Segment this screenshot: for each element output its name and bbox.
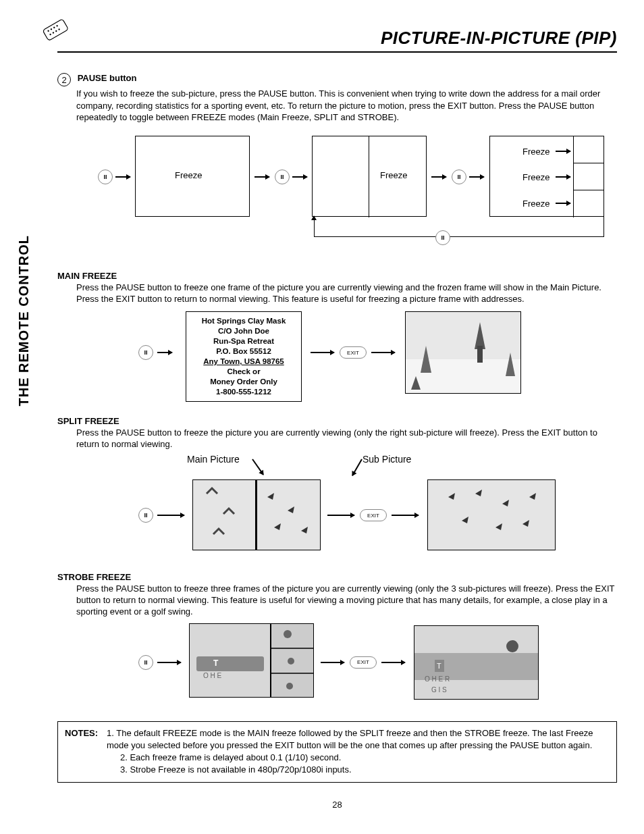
arrow-icon (392, 515, 419, 516)
svg-point-3 (53, 26, 55, 28)
split-image-after (427, 479, 556, 550)
svg-point-7 (55, 30, 57, 32)
arrow-icon (157, 515, 184, 516)
pointer-arrow-icon (352, 459, 363, 476)
arrow-icon (157, 352, 172, 353)
pause-icon (435, 230, 450, 245)
freeze-label: Freeze (522, 147, 549, 157)
svg-text:G  I S: G I S (431, 686, 447, 694)
address-frame: Hot Springs Clay Mask C/O John Doe Run-S… (186, 311, 302, 402)
main-freeze-body: Press the PAUSE button to freeze one fra… (76, 282, 617, 305)
strobe-freeze-diagram: T O H E EXIT T O H E R G I S (138, 623, 584, 704)
exit-icon: EXIT (360, 509, 387, 521)
svg-point-32 (506, 640, 518, 652)
screen-main-freeze: Freeze (135, 136, 250, 217)
note-item: 1. The default FREEZE mode is the MAIN f… (107, 727, 610, 752)
pause-icon (275, 170, 290, 184)
main-freeze-heading: MAIN FREEZE (57, 271, 617, 281)
arrow-icon (431, 176, 446, 178)
svg-text:O  H E: O H E (203, 672, 222, 679)
step-body-text: If you wish to freeze the sub-picture, p… (76, 88, 617, 124)
svg-rect-18 (428, 480, 556, 550)
arrow-icon (381, 662, 405, 663)
pause-icon (138, 508, 153, 523)
svg-rect-17 (255, 480, 257, 550)
svg-text:T: T (437, 662, 441, 670)
address-line: Any Town, USA 98765 (192, 357, 296, 367)
note-item: 2. Each freeze frame is delayed about 0.… (120, 752, 610, 764)
strobe-image-before: T O H E (189, 623, 314, 698)
main-picture-label: Main Picture (187, 454, 240, 465)
svg-point-5 (49, 33, 51, 35)
arrow-icon (254, 176, 269, 178)
notes-label: NOTES: (65, 727, 107, 752)
split-freeze-diagram: Main Picture Sub Picture EXIT (125, 454, 597, 552)
freeze-label: Freeze (380, 170, 407, 180)
svg-point-1 (47, 30, 49, 32)
arrow-icon (157, 662, 181, 663)
pointer-arrow-icon (252, 459, 264, 475)
step-heading: PAUSE button (78, 73, 137, 83)
screen-split-freeze: Freeze (312, 136, 427, 217)
pause-icon (138, 345, 153, 360)
svg-rect-12 (477, 346, 483, 363)
address-line: P.O. Box 55512 (192, 346, 296, 357)
arrow-icon (371, 352, 395, 353)
exit-icon: EXIT (340, 346, 367, 359)
address-line: C/O John Doe (192, 326, 296, 336)
notes-box: NOTES: 1. The default FREEZE mode is the… (57, 721, 617, 783)
svg-point-27 (284, 630, 292, 638)
strobe-image-after: T O H E R G I S (414, 625, 539, 700)
svg-point-4 (56, 25, 58, 27)
page-number: 28 (57, 800, 617, 810)
arrow-icon (556, 151, 570, 152)
step-pause-button: 2 PAUSE button If you wish to freeze the… (57, 73, 617, 124)
address-line: Check or (192, 367, 296, 377)
svg-point-2 (50, 28, 52, 30)
arrow-icon (115, 176, 130, 178)
address-line: Money Order Only (192, 377, 296, 387)
svg-text:T: T (213, 658, 219, 668)
freeze-label: Freeze (522, 172, 549, 182)
strobe-freeze-body: Press the PAUSE button to freeze three f… (76, 583, 617, 618)
svg-point-28 (288, 658, 294, 664)
arrow-icon (327, 515, 354, 516)
loopback-line (314, 217, 604, 237)
svg-rect-24 (196, 656, 264, 671)
pause-icon (98, 170, 113, 184)
main-freeze-diagram: Hot Springs Clay Mask C/O John Doe Run-S… (138, 311, 584, 396)
arrow-icon (469, 176, 484, 178)
step-number-badge: 2 (57, 73, 71, 86)
arrow-up-icon (311, 215, 317, 220)
freeze-label: Freeze (175, 170, 202, 180)
arrow-icon (556, 203, 570, 204)
address-line: Run-Spa Retreat (192, 336, 296, 346)
page-title: PICTURE-IN-PICTURE (PIP) (57, 28, 617, 53)
pause-icon (138, 655, 153, 670)
exit-icon: EXIT (350, 656, 377, 669)
arrow-icon (292, 176, 307, 178)
split-freeze-body: Press the PAUSE button to freeze the pic… (76, 427, 617, 450)
pause-icon (452, 170, 466, 184)
svg-point-29 (286, 683, 293, 689)
svg-point-8 (58, 28, 60, 30)
arrow-icon (321, 662, 344, 663)
screen-strobe-freeze: Freeze Freeze Freeze (489, 136, 604, 217)
split-image-before (192, 479, 321, 550)
svg-rect-0 (43, 19, 68, 41)
strobe-freeze-heading: STROBE FREEZE (57, 572, 617, 582)
side-section-label: THE REMOTE CONTROL (16, 235, 32, 407)
split-freeze-heading: SPLIT FREEZE (57, 416, 617, 426)
result-image (405, 311, 521, 394)
freeze-label: Freeze (522, 199, 549, 209)
svg-point-6 (52, 32, 54, 34)
arrow-icon (556, 176, 570, 178)
sub-picture-label: Sub Picture (363, 454, 411, 465)
arrow-icon (311, 352, 334, 353)
note-item: 3. Strobe Freeze is not available in 480… (120, 764, 610, 776)
address-line: 1-800-555-1212 (192, 387, 296, 397)
svg-text:O  H E R: O H E R (425, 675, 450, 683)
freeze-cycle-diagram: Freeze Freeze Freeze Freeze Freeze (98, 136, 597, 251)
address-line: Hot Springs Clay Mask (192, 316, 296, 326)
